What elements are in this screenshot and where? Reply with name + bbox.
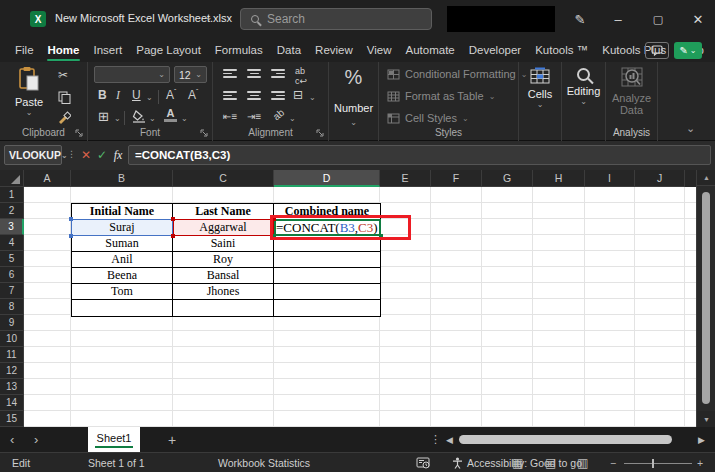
cell-d7[interactable] — [274, 284, 380, 299]
editing-button[interactable]: Editing ⌄ — [562, 68, 605, 106]
table-header-cell[interactable]: Initial Name — [72, 204, 173, 219]
cell-c6[interactable]: Bansal — [173, 268, 274, 283]
copy-icon[interactable] — [58, 90, 71, 108]
font-name-select[interactable]: ⌄ — [94, 66, 170, 83]
alignment-dialog-launcher-icon[interactable] — [316, 129, 324, 137]
align-left-icon[interactable] — [223, 91, 237, 100]
menu-tab-home[interactable]: Home — [41, 38, 87, 62]
font-size-select[interactable]: 12⌄ — [174, 66, 207, 83]
row-header-10[interactable]: 10 — [0, 331, 24, 347]
fill-color-chevron-icon[interactable]: ⌄ — [149, 114, 156, 123]
menu-tab-data[interactable]: Data — [270, 38, 308, 62]
title-dropdown-chevron-icon[interactable]: ⌄ — [205, 12, 213, 22]
minimize-button[interactable]: – — [601, 0, 635, 38]
name-box[interactable]: VLOOKUP ⌄ — [4, 145, 62, 165]
borders-chevron-icon[interactable]: ⌄ — [114, 114, 121, 123]
formula-input[interactable]: =CONCAT(B3,C3) — [128, 145, 711, 165]
fill-color-button[interactable] — [132, 109, 146, 127]
tab-options-dots-icon[interactable]: ⋮ — [430, 427, 441, 452]
row-header-12[interactable]: 12 — [0, 363, 24, 379]
excel-logo-icon[interactable]: X — [30, 11, 46, 27]
increase-indent-icon[interactable]: ⇥≡ — [247, 111, 261, 122]
cancel-entry-button[interactable]: ✕ — [78, 145, 94, 165]
row-header-8[interactable]: 8 — [0, 299, 24, 315]
align-middle-icon[interactable] — [247, 69, 261, 78]
normal-view-icon[interactable]: ▦ — [512, 453, 523, 472]
menu-tab-page-layout[interactable]: Page Layout — [129, 38, 208, 62]
insert-function-button[interactable]: fx — [110, 145, 126, 165]
sheet-info[interactable]: Sheet 1 of 1 — [88, 453, 145, 472]
sheet-tab-sheet1[interactable]: Sheet1 — [88, 427, 140, 452]
cut-scissors-icon[interactable]: ✂ — [58, 68, 68, 82]
cell-d5[interactable] — [274, 252, 380, 267]
zoom-in-button[interactable]: + — [697, 453, 703, 472]
column-header-H[interactable]: H — [533, 170, 585, 187]
collapse-ribbon-chevron-icon[interactable]: ⌄ — [686, 122, 695, 135]
horizontal-scroll-thumb[interactable] — [459, 435, 672, 444]
decrease-indent-icon[interactable]: ⇤≡ — [223, 111, 237, 122]
column-header-A[interactable]: A — [24, 170, 71, 187]
page-layout-view-icon[interactable]: ▤ — [545, 453, 556, 472]
underline-chevron-icon[interactable]: ⌄ — [146, 93, 153, 102]
row-header-1[interactable]: 1 — [0, 187, 24, 203]
wrap-text-icon[interactable]: abc↩ — [295, 66, 307, 86]
scroll-right-arrow-icon[interactable]: ▶ — [698, 427, 705, 452]
editing-mode-button[interactable]: ✎ ⌄ — [674, 42, 702, 59]
menu-tab-kutools[interactable]: Kutools ™ — [528, 38, 595, 62]
row-header-6[interactable]: 6 — [0, 267, 24, 283]
close-button[interactable]: ✕ — [681, 0, 715, 38]
format-as-table-button[interactable]: Format as Table⌄ — [387, 90, 495, 102]
underline-button[interactable]: U — [132, 88, 141, 102]
menu-tab-review[interactable]: Review — [308, 38, 360, 62]
row-header-11[interactable]: 11 — [0, 347, 24, 363]
cell-b8[interactable] — [72, 300, 173, 316]
orientation-icon[interactable]: ab — [271, 107, 287, 123]
cells-button[interactable]: Cells ⌄ — [519, 67, 561, 109]
cell-c3[interactable]: Aggarwal — [173, 220, 274, 235]
increase-font-size-button[interactable]: Aˆ — [166, 88, 176, 102]
page-break-view-icon[interactable]: ▥ — [577, 453, 588, 472]
borders-button[interactable]: ⊞ — [98, 109, 109, 124]
percent-style-icon[interactable]: % — [329, 66, 378, 89]
vertical-scroll-thumb[interactable] — [702, 192, 710, 404]
menu-tab-developer[interactable]: Developer — [462, 38, 528, 62]
menu-tab-formulas[interactable]: Formulas — [208, 38, 270, 62]
display-settings-icon[interactable] — [416, 453, 430, 472]
maximize-button[interactable]: ▢ — [641, 0, 675, 38]
font-color-button[interactable]: A — [164, 108, 177, 122]
row-header-4[interactable]: 4 — [0, 235, 24, 251]
range-handle[interactable] — [69, 234, 73, 238]
cell-b6[interactable]: Beena — [72, 268, 173, 283]
scroll-up-arrow-icon[interactable]: ▲ — [697, 170, 715, 186]
clipboard-dialog-launcher-icon[interactable] — [75, 129, 83, 137]
comments-button[interactable] — [645, 42, 669, 59]
column-header-E[interactable]: E — [380, 170, 431, 187]
decrease-font-size-button[interactable]: Aˇ — [188, 88, 198, 102]
confirm-entry-button[interactable]: ✓ — [94, 145, 110, 165]
cell-c7[interactable]: Jhones — [173, 284, 274, 299]
column-header-G[interactable]: G — [482, 170, 533, 187]
column-header-C[interactable]: C — [173, 170, 274, 187]
align-right-icon[interactable] — [271, 91, 285, 100]
select-all-corner[interactable] — [0, 170, 24, 187]
paste-button[interactable]: Paste ⌄ — [12, 66, 46, 117]
row-header-7[interactable]: 7 — [0, 283, 24, 299]
cell-d6[interactable] — [274, 268, 380, 283]
row-header-3[interactable]: 3 — [0, 219, 24, 235]
previous-sheet-button[interactable]: ‹ — [10, 427, 14, 452]
row-header-2[interactable]: 2 — [0, 203, 24, 219]
search-input[interactable]: Search — [240, 8, 432, 30]
column-header-F[interactable]: F — [431, 170, 482, 187]
cell-c5[interactable]: Roy — [173, 252, 274, 267]
row-header-9[interactable]: 9 — [0, 315, 24, 331]
cell-b7[interactable]: Tom — [72, 284, 173, 299]
zoom-slider-track[interactable] — [624, 463, 692, 464]
column-header-D[interactable]: D — [274, 170, 380, 187]
align-bottom-icon[interactable] — [271, 69, 285, 78]
conditional-formatting-button[interactable]: Conditional Formatting⌄ — [387, 68, 527, 80]
cell-b4[interactable]: Suman — [72, 236, 173, 251]
cell-c4[interactable]: Saini — [173, 236, 274, 251]
zoom-out-button[interactable]: − — [610, 453, 616, 472]
zoom-slider-handle[interactable] — [652, 459, 654, 468]
column-header-I[interactable]: I — [585, 170, 635, 187]
